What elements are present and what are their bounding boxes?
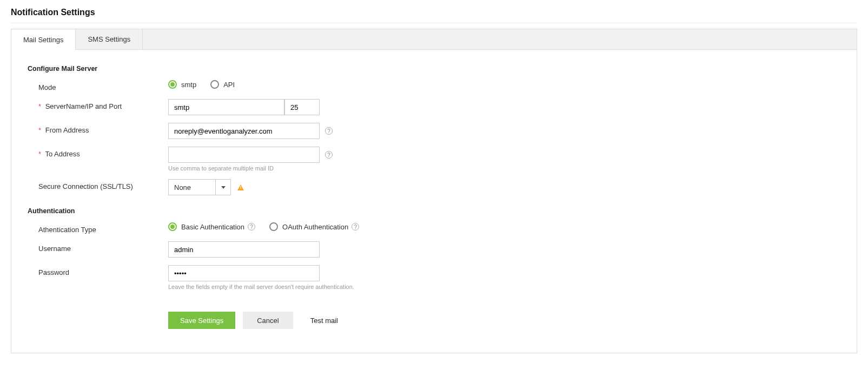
help-icon[interactable]: ?	[248, 223, 255, 230]
label-to-address: * To Address	[28, 147, 168, 158]
label-username: Username	[28, 241, 168, 253]
chevron-down-icon[interactable]	[215, 180, 230, 195]
radio-label: Basic Authentication	[181, 223, 244, 231]
required-marker: *	[38, 150, 41, 158]
radio-mode-api[interactable]: API	[210, 80, 235, 89]
radio-auth-basic[interactable]: Basic Authentication ?	[168, 222, 255, 231]
radio-auth-oauth[interactable]: OAuth Authentication ?	[269, 222, 359, 231]
page-title: Notification Settings	[11, 5, 857, 23]
required-marker: *	[38, 126, 41, 134]
server-port-input[interactable]	[284, 99, 320, 115]
radio-mode-smtp[interactable]: smtp	[168, 80, 196, 89]
help-icon[interactable]: ?	[325, 127, 333, 135]
label-auth-type: Athentication Type	[28, 222, 168, 234]
settings-panel: Mail Settings SMS Settings Configure Mai…	[11, 29, 857, 353]
radio-label: OAuth Authentication	[282, 223, 348, 231]
select-value: None	[169, 180, 215, 195]
label-text: To Address	[45, 150, 79, 158]
radio-label: API	[223, 81, 235, 89]
save-button[interactable]: Save Settings	[168, 312, 235, 329]
server-name-input[interactable]	[168, 99, 284, 115]
radio-icon	[168, 222, 177, 231]
radio-icon	[269, 222, 278, 231]
radio-icon	[168, 80, 177, 89]
from-address-input[interactable]	[168, 123, 320, 139]
label-secure-connection: Secure Connection (SSL/TLS)	[28, 179, 168, 190]
password-input[interactable]	[168, 265, 320, 281]
radio-icon	[210, 80, 219, 89]
label-server-port: * ServerName/IP and Port	[28, 99, 168, 110]
secure-connection-select[interactable]: None	[168, 179, 231, 195]
radio-label: smtp	[181, 81, 196, 89]
label-mode: Mode	[28, 80, 168, 91]
tab-sms-settings[interactable]: SMS Settings	[76, 29, 143, 49]
label-from-address: * From Address	[28, 123, 168, 134]
label-password: Password	[28, 265, 168, 276]
section-authentication: Authentication	[28, 207, 840, 215]
to-address-hint: Use comma to separate multiple mail ID	[168, 165, 333, 172]
tab-mail-settings[interactable]: Mail Settings	[11, 30, 76, 50]
test-mail-link[interactable]: Test mail	[310, 317, 338, 325]
auth-hint: Leave the fields empty if the mail serve…	[168, 284, 395, 290]
cancel-button[interactable]: Cancel	[243, 312, 293, 329]
label-text: ServerName/IP and Port	[45, 102, 122, 110]
help-icon[interactable]: ?	[325, 151, 333, 159]
required-marker: *	[38, 102, 41, 110]
warning-icon	[237, 184, 244, 190]
section-mail-server: Configure Mail Server	[28, 65, 840, 73]
label-text: From Address	[45, 126, 89, 134]
to-address-input[interactable]	[168, 147, 320, 163]
tabs: Mail Settings SMS Settings	[11, 29, 857, 50]
tab-content: Configure Mail Server Mode smtp API * Se…	[11, 50, 857, 353]
help-icon[interactable]: ?	[352, 223, 359, 230]
username-input[interactable]	[168, 241, 320, 258]
